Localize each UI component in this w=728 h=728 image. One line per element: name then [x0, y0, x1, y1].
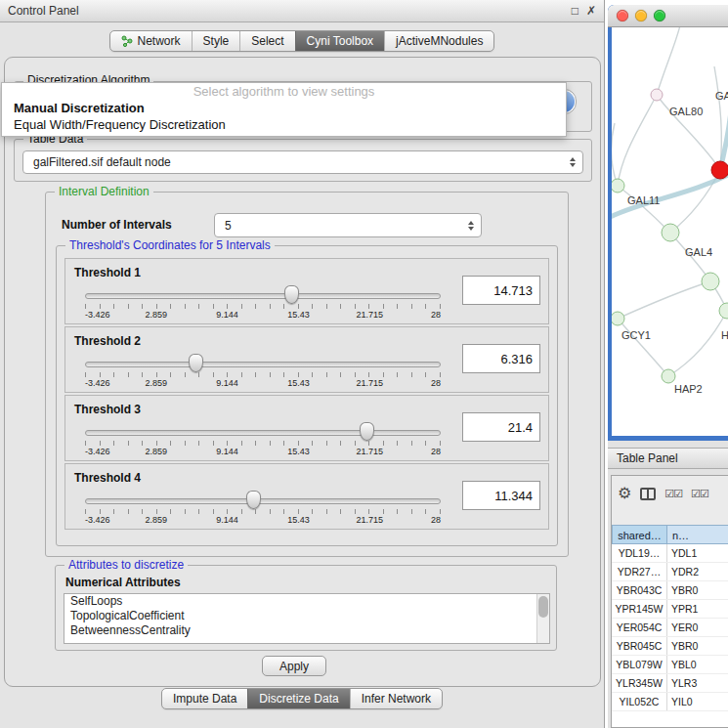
table-header-row: shared… n…	[612, 525, 728, 544]
mac-zoom-button[interactable]	[654, 10, 665, 21]
table-data-select[interactable]: galFiltered.sif default node	[22, 150, 583, 174]
dropdown-option-equal-width-frequency[interactable]: Equal Width/Frequency Discretization	[2, 116, 566, 133]
apply-button[interactable]: Apply	[262, 656, 326, 676]
network-canvas[interactable]: GAL80 GA GAL11 GAL4 GCY1 H HAP2	[612, 27, 728, 436]
tick-label: 2.859	[146, 515, 168, 525]
network-node-highlighted	[711, 161, 728, 179]
tick-label: 9.144	[216, 378, 238, 388]
table-panel-header: Table Panel	[608, 448, 728, 469]
table-row[interactable]: YDL19… YDL1	[612, 544, 728, 563]
tab-style[interactable]: Style	[192, 31, 240, 51]
slider-track[interactable]	[85, 293, 441, 299]
threshold-4-panel: Threshold 4 -3.426 2.859 9.144 15.43 21.…	[64, 463, 549, 530]
tab-infer-network-label: Infer Network	[362, 692, 431, 706]
threshold-4-label: Threshold 4	[74, 471, 141, 485]
slider-tickmarks	[85, 372, 441, 377]
slider-thumb[interactable]	[189, 354, 203, 372]
column-header-name[interactable]: n…	[667, 525, 728, 544]
select-all-rows-button[interactable]: ☑☑	[664, 489, 682, 499]
interval-definition-group: Interval Definition Number of Intervals …	[45, 192, 569, 557]
tick-label: 21.715	[356, 310, 383, 320]
table-row[interactable]: YBR045C YBR0	[612, 637, 728, 656]
tick-label: 21.715	[356, 378, 383, 388]
up-arrow-icon	[468, 221, 474, 225]
network-node	[719, 303, 728, 319]
cell-name: YDL1	[667, 544, 728, 562]
list-scrollbar[interactable]	[536, 594, 549, 643]
mac-close-button[interactable]	[617, 10, 628, 21]
tick-label: 2.859	[146, 310, 168, 320]
table-row[interactable]: YBL079W YBL0	[612, 656, 728, 674]
network-node	[612, 179, 624, 193]
tick-label: -3.426	[85, 515, 110, 525]
threshold-1-slider[interactable]: -3.426 2.859 9.144 15.43 21.715 28	[85, 284, 441, 320]
tick-label: 15.43	[287, 378, 310, 388]
slider-tick-labels: -3.426 2.859 9.144 15.43 21.715 28	[85, 447, 441, 457]
window-controls: □ ✗	[572, 5, 596, 17]
slider-thumb[interactable]	[360, 422, 374, 441]
column-chooser-button[interactable]	[640, 488, 656, 500]
threshold-2-slider[interactable]: -3.426 2.859 9.144 15.43 21.715 28	[85, 353, 441, 388]
tick-label: 9.144	[216, 310, 238, 320]
threshold-3-slider[interactable]: -3.426 2.859 9.144 15.43 21.715 28	[85, 421, 441, 456]
node-label: GAL11	[627, 194, 660, 206]
close-window-button[interactable]: ✗	[586, 5, 596, 17]
slider-tickmarks	[85, 509, 441, 514]
threshold-2-value-field[interactable]: 6.316	[462, 344, 540, 373]
up-arrow-icon	[570, 157, 576, 161]
float-window-button[interactable]: □	[572, 5, 578, 17]
table-row[interactable]: YLR345W YLR3	[612, 674, 728, 693]
network-window-titlebar	[608, 5, 728, 27]
list-item-betweennesscentrality[interactable]: BetweennessCentrality	[64, 623, 549, 638]
attributes-to-discretize-group: Attributes to discretize Numerical Attri…	[55, 565, 557, 651]
mac-minimize-button[interactable]	[635, 10, 647, 21]
tick-label: 2.859	[146, 447, 168, 456]
table-row[interactable]: YIL052C YIL0	[612, 693, 728, 711]
tick-label: 15.43	[287, 310, 310, 320]
tick-label: 28	[431, 378, 441, 388]
network-icon	[121, 35, 133, 47]
tab-network[interactable]: Network	[110, 31, 192, 51]
table-data-group: Table Data galFiltered.sif default node	[14, 139, 592, 182]
tab-cyni-toolbox[interactable]: Cyni Toolbox	[295, 31, 384, 51]
slider-thumb[interactable]	[246, 491, 261, 509]
threshold-4-slider[interactable]: -3.426 2.859 9.144 15.43 21.715 28	[85, 490, 441, 525]
tab-select[interactable]: Select	[239, 31, 294, 51]
threshold-1-value-field[interactable]: 14.713	[462, 276, 540, 305]
tab-jactivemodules[interactable]: jActiveMNodules	[384, 31, 493, 51]
table-row[interactable]: YPR145W YPR1	[612, 600, 728, 619]
threshold-4-value-field[interactable]: 11.344	[462, 481, 540, 510]
threshold-3-panel: Threshold 3 -3.426 2.859 9.144 15.43 21.…	[64, 395, 549, 461]
threshold-1-panel: Threshold 1 -3.426 2.859 9.144 15.43 21.…	[64, 258, 549, 324]
cell-shared-name: YPR145W	[612, 600, 667, 618]
tab-infer-network[interactable]: Infer Network	[350, 689, 442, 708]
slider-track[interactable]	[85, 430, 441, 436]
tab-discretize-data[interactable]: Discretize Data	[247, 689, 349, 708]
table-row[interactable]: YDR27… YDR2	[612, 563, 728, 581]
tab-impute-data[interactable]: Impute Data	[162, 689, 247, 708]
num-intervals-select[interactable]: 5	[214, 213, 482, 237]
slider-track[interactable]	[85, 362, 441, 367]
list-item-topologicalcoefficient[interactable]: TopologicalCoefficient	[64, 609, 549, 623]
table-row[interactable]: YER054C YER0	[612, 619, 728, 637]
slider-track[interactable]	[85, 498, 441, 504]
list-scrollbar-thumb[interactable]	[538, 596, 548, 618]
settings-gear-button[interactable]: ⚙	[618, 486, 631, 501]
table-row[interactable]: YBR043C YBR0	[612, 581, 728, 600]
threshold-3-value-field[interactable]: 21.4	[462, 412, 540, 442]
threshold-coordinates-group-label: Threshold's Coordinates for 5 Intervals	[65, 238, 275, 252]
list-item-selfloops[interactable]: SelfLoops	[64, 594, 549, 609]
tick-label: -3.426	[85, 447, 110, 456]
deselect-rows-button[interactable]: ☑☑	[691, 489, 708, 499]
slider-thumb[interactable]	[284, 285, 299, 304]
num-intervals-value: 5	[215, 219, 232, 233]
dropdown-placeholder: Select algorithm to view settings	[2, 84, 566, 100]
column-header-shared-name[interactable]: shared…	[612, 525, 667, 544]
cell-name: YBR0	[667, 581, 728, 599]
tick-label: 28	[431, 310, 441, 320]
node-label: H	[721, 329, 728, 341]
tab-network-label: Network	[138, 34, 181, 48]
slider-tick-labels: -3.426 2.859 9.144 15.43 21.715 28	[85, 515, 441, 526]
dropdown-option-manual-discretization[interactable]: Manual Discretization	[2, 100, 566, 116]
tick-label: 9.144	[216, 447, 238, 456]
